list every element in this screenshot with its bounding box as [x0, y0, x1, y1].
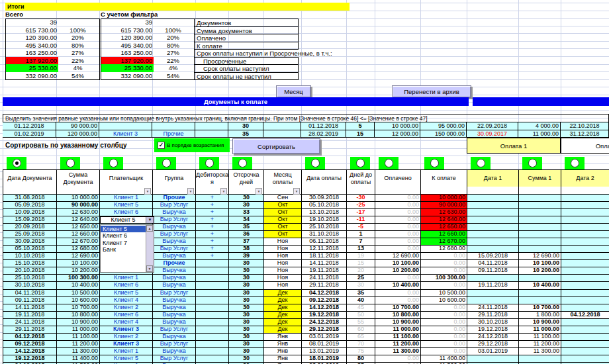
- table-cell[interactable]: [196, 297, 229, 304]
- table-cell[interactable]: 19.12.2018: [467, 326, 519, 334]
- table-cell[interactable]: 09.12.2018: [3, 341, 57, 348]
- table-cell[interactable]: [561, 260, 609, 267]
- table-cell[interactable]: 30: [229, 260, 264, 267]
- table-cell[interactable]: 12 690.00: [57, 253, 100, 260]
- table-cell[interactable]: 10 800.00: [375, 312, 421, 319]
- table-cell[interactable]: Окт: [264, 224, 302, 231]
- table-cell[interactable]: 20.10.2018: [3, 267, 57, 275]
- table-cell[interactable]: 0.00: [375, 209, 421, 216]
- table-cell[interactable]: 08.01.2019: [302, 341, 347, 348]
- table-cell[interactable]: 10 000.00: [421, 195, 467, 202]
- table-cell[interactable]: 10 200.00: [375, 267, 421, 275]
- table-cell[interactable]: 40: [347, 297, 375, 304]
- table-cell[interactable]: [467, 195, 519, 202]
- payer-combobox[interactable]: Клиент 5 ▼: [100, 216, 154, 224]
- table-cell[interactable]: [467, 290, 519, 297]
- table-cell[interactable]: 65: [347, 334, 375, 341]
- table-cell[interactable]: [519, 202, 561, 209]
- filter-cell[interactable]: [263, 130, 301, 138]
- table-cell[interactable]: Выр Услуг: [153, 202, 196, 209]
- table-cell[interactable]: 12 630.00: [57, 209, 100, 216]
- table-cell[interactable]: Выручка: [153, 282, 196, 289]
- table-cell[interactable]: 0.00: [421, 267, 467, 275]
- filter-cell[interactable]: 90 000.00: [56, 122, 99, 130]
- table-cell[interactable]: Клиент 3: [100, 326, 153, 334]
- table-cell[interactable]: 0.00: [375, 238, 421, 246]
- table-cell[interactable]: 04.12.2018: [561, 312, 609, 319]
- table-cell[interactable]: Окт: [264, 231, 302, 238]
- table-cell[interactable]: [561, 290, 609, 297]
- sort-column-radio[interactable]: [7, 157, 26, 169]
- table-cell[interactable]: [561, 275, 609, 282]
- table-cell[interactable]: 10 700.00: [375, 304, 421, 312]
- table-cell[interactable]: +: [196, 231, 229, 238]
- filter-cell[interactable]: 11 000.00: [518, 130, 561, 138]
- table-cell[interactable]: 30.09.2018: [3, 238, 57, 246]
- table-cell[interactable]: Клиент 6: [100, 209, 153, 216]
- table-cell[interactable]: 09.11.2018: [467, 267, 519, 275]
- filter-cell[interactable]: 150 000.00: [420, 130, 467, 138]
- table-cell[interactable]: 35: [347, 290, 375, 297]
- table-cell[interactable]: 30: [229, 348, 264, 355]
- table-cell[interactable]: 7: [347, 238, 375, 246]
- table-cell[interactable]: [196, 282, 229, 289]
- table-cell[interactable]: 12 650.00: [421, 224, 467, 231]
- table-cell[interactable]: [519, 231, 561, 238]
- table-cell[interactable]: 1: [347, 231, 375, 238]
- filter-dropdown-icon[interactable]: ▼: [256, 188, 262, 195]
- table-cell[interactable]: 11 000.00: [57, 326, 100, 334]
- table-cell[interactable]: Ноя: [264, 260, 302, 267]
- dropdown-option[interactable]: Клиент 6: [101, 232, 146, 240]
- table-cell[interactable]: Выручка: [153, 275, 196, 282]
- table-cell[interactable]: 03.01.2019: [467, 348, 519, 355]
- table-cell[interactable]: [519, 275, 561, 282]
- table-cell[interactable]: 12 660.00: [421, 231, 467, 238]
- table-cell[interactable]: 0.00: [421, 326, 467, 334]
- table-cell[interactable]: 30: [229, 355, 264, 363]
- table-cell[interactable]: 19.11.2018: [3, 312, 57, 319]
- table-cell[interactable]: 04.11.2018: [467, 260, 519, 267]
- table-cell[interactable]: Ноя: [264, 275, 302, 282]
- table-cell[interactable]: 10 200.00: [57, 267, 100, 275]
- table-cell[interactable]: Выручка: [153, 334, 196, 341]
- table-cell[interactable]: [196, 334, 229, 341]
- filter-cell[interactable]: 4 000.00: [518, 122, 561, 130]
- table-cell[interactable]: Дек: [264, 319, 302, 326]
- table-cell[interactable]: 90 000.00: [57, 202, 100, 209]
- table-cell[interactable]: 0.00: [375, 216, 421, 224]
- table-cell[interactable]: 25.10.2018: [3, 275, 57, 282]
- table-cell[interactable]: [196, 290, 229, 297]
- table-cell[interactable]: 04.12.2018: [302, 290, 347, 297]
- table-cell[interactable]: 100 300.00: [57, 275, 100, 282]
- table-cell[interactable]: 15.10.2018: [3, 260, 57, 267]
- table-cell[interactable]: 0.00: [375, 202, 421, 209]
- table-cell[interactable]: 13.01.2019: [302, 348, 347, 355]
- table-cell[interactable]: 10 500.00: [421, 290, 467, 297]
- table-cell[interactable]: Выручка: [153, 348, 196, 355]
- sort-column-radio[interactable]: [379, 157, 398, 169]
- table-cell[interactable]: Выр Услуг: [153, 231, 196, 238]
- table-cell[interactable]: Клиент 6: [100, 312, 153, 319]
- table-cell[interactable]: Выручка: [153, 224, 196, 231]
- table-cell[interactable]: Янв: [264, 348, 302, 355]
- table-cell[interactable]: 10 400.00: [375, 282, 421, 289]
- filter-cell[interactable]: 22.09.2018: [467, 122, 518, 130]
- table-cell[interactable]: 14.11.2018: [3, 304, 57, 312]
- table-cell[interactable]: +: [196, 238, 229, 246]
- table-cell[interactable]: 15: [347, 260, 375, 267]
- table-cell[interactable]: [196, 267, 229, 275]
- table-cell[interactable]: Выр Услуг: [153, 326, 196, 334]
- table-cell[interactable]: +: [196, 216, 229, 224]
- table-cell[interactable]: 10 100.00: [57, 260, 100, 267]
- table-cell[interactable]: [561, 326, 609, 334]
- table-cell[interactable]: 15.09.2018: [467, 253, 519, 260]
- table-cell[interactable]: 10 900.00: [57, 319, 100, 326]
- table-cell[interactable]: Окт: [264, 216, 302, 224]
- table-cell[interactable]: 0.00: [375, 224, 421, 231]
- table-cell[interactable]: Выручка: [153, 319, 196, 326]
- table-cell[interactable]: 05.09.2018: [3, 202, 57, 209]
- combo-arrow-icon[interactable]: ▼: [146, 217, 154, 224]
- table-cell[interactable]: +: [196, 209, 229, 216]
- table-cell[interactable]: 0.00: [421, 334, 467, 341]
- table-cell[interactable]: [561, 195, 609, 202]
